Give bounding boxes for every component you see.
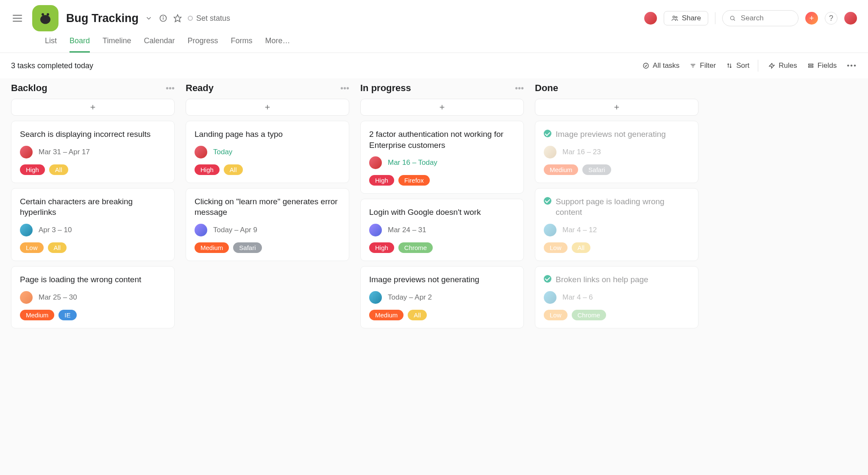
task-card[interactable]: Login with Google doesn't work Mar 24 – … xyxy=(360,199,524,261)
add-task-button[interactable] xyxy=(186,99,349,116)
tag-low: Low xyxy=(544,310,568,320)
status-dot-icon xyxy=(188,16,193,21)
task-title: Landing page has a typo xyxy=(195,129,283,140)
add-task-button[interactable] xyxy=(535,99,698,116)
tag-medium: Medium xyxy=(195,242,229,253)
task-title: Image previews not generating xyxy=(556,129,666,140)
task-title: Support page is loading wrong content xyxy=(556,196,690,218)
tab-board[interactable]: Board xyxy=(70,34,90,53)
toolbar: 3 tasks completed today All tasks Filter… xyxy=(0,53,868,78)
share-button[interactable]: Share xyxy=(664,11,708,25)
help-button[interactable]: ? xyxy=(825,12,837,25)
assignee-avatar[interactable] xyxy=(195,146,207,158)
plus-icon xyxy=(613,103,620,111)
svg-rect-16 xyxy=(808,66,813,67)
sort-button[interactable]: Sort xyxy=(726,61,749,70)
svg-point-8 xyxy=(676,17,677,18)
tab-progress[interactable]: Progress xyxy=(187,34,218,53)
svg-point-11 xyxy=(643,63,648,68)
chevron-down-icon[interactable] xyxy=(145,14,153,22)
due-date: Mar 16 – 23 xyxy=(562,148,601,156)
assignee-avatar[interactable] xyxy=(544,291,556,304)
tag-all: All xyxy=(48,242,67,253)
check-icon xyxy=(544,130,551,137)
add-task-button[interactable] xyxy=(11,99,175,116)
tag-ie: IE xyxy=(58,310,76,320)
column-more-icon[interactable]: ••• xyxy=(515,83,524,93)
column-more-icon[interactable]: ••• xyxy=(166,83,175,93)
task-card[interactable]: 2 factor authentication not working for … xyxy=(360,121,524,194)
task-card[interactable]: Support page is loading wrong content Ma… xyxy=(535,188,698,261)
rules-button[interactable]: Rules xyxy=(768,61,797,70)
assignee-avatar[interactable] xyxy=(20,146,33,158)
search-input[interactable] xyxy=(722,10,798,26)
svg-point-0 xyxy=(40,15,50,24)
info-icon[interactable] xyxy=(159,14,167,22)
tab-calendar[interactable]: Calendar xyxy=(144,34,175,53)
plus-icon xyxy=(89,103,97,111)
due-date: Mar 16 – Today xyxy=(388,158,437,167)
task-card[interactable]: Search is displaying incorrect results M… xyxy=(11,121,175,183)
all-tasks-button[interactable]: All tasks xyxy=(643,61,679,70)
tag-high: High xyxy=(369,175,394,186)
tab-timeline[interactable]: Timeline xyxy=(103,34,131,53)
task-card[interactable]: Page is loading the wrong content Mar 25… xyxy=(11,266,175,328)
task-card[interactable]: Image previews not generating Mar 16 – 2… xyxy=(535,121,698,183)
svg-marker-6 xyxy=(174,15,181,22)
task-title: Certain characters are breaking hyperlin… xyxy=(20,196,166,218)
plus-icon xyxy=(264,103,271,111)
tag-medium: Medium xyxy=(544,164,578,175)
menu-icon[interactable] xyxy=(11,13,24,23)
set-status-button[interactable]: Set status xyxy=(188,14,230,23)
task-title: Broken links on help page xyxy=(556,274,648,285)
tag-chrome: Chrome xyxy=(572,310,606,320)
task-card[interactable]: Image previews not generating Today – Ap… xyxy=(360,266,524,328)
due-date: Today xyxy=(213,148,232,156)
column-title: Ready xyxy=(186,83,214,94)
more-options-button[interactable]: ••• xyxy=(847,61,857,70)
tab-forms[interactable]: Forms xyxy=(231,34,253,53)
star-icon[interactable] xyxy=(173,14,182,22)
assignee-avatar[interactable] xyxy=(20,291,33,304)
task-card[interactable]: Broken links on help page Mar 4 – 6 LowC… xyxy=(535,266,698,328)
filter-button[interactable]: Filter xyxy=(690,61,716,70)
task-card[interactable]: Certain characters are breaking hyperlin… xyxy=(11,188,175,261)
column-more-icon[interactable]: ••• xyxy=(340,83,349,93)
tag-medium: Medium xyxy=(20,310,54,320)
board: Backlog ••• Search is displaying incorre… xyxy=(0,78,868,475)
due-date: Mar 4 – 6 xyxy=(562,293,593,302)
tag-all: All xyxy=(408,310,427,320)
tag-all: All xyxy=(572,242,591,253)
svg-line-10 xyxy=(734,19,735,20)
column-title: Done xyxy=(535,83,558,94)
assignee-avatar[interactable] xyxy=(369,224,382,236)
assignee-avatar[interactable] xyxy=(544,146,556,158)
assignee-avatar[interactable] xyxy=(369,291,382,304)
divider xyxy=(715,12,715,24)
task-card[interactable]: Clicking on "learn more" generates error… xyxy=(186,188,349,261)
assignee-avatar[interactable] xyxy=(195,224,207,236)
column-ready: Ready ••• Landing page has a typo Today … xyxy=(186,83,349,464)
tab-list[interactable]: List xyxy=(45,34,57,53)
add-task-button[interactable] xyxy=(360,99,524,116)
assignee-avatar[interactable] xyxy=(20,224,33,236)
profile-avatar[interactable] xyxy=(844,12,857,25)
global-add-button[interactable]: + xyxy=(805,12,818,25)
tab-more[interactable]: More… xyxy=(265,34,290,53)
check-icon xyxy=(544,275,551,283)
tag-firefox: Firefox xyxy=(398,175,430,186)
tag-all: All xyxy=(224,164,243,175)
member-avatar[interactable] xyxy=(644,12,657,25)
column-title: In progress xyxy=(360,83,411,94)
svg-point-7 xyxy=(673,16,675,18)
assignee-avatar[interactable] xyxy=(369,156,382,169)
due-date: Apr 3 – 10 xyxy=(39,226,72,234)
task-card[interactable]: Landing page has a typo Today HighAll xyxy=(186,121,349,183)
column-in-progress: In progress ••• 2 factor authentication … xyxy=(360,83,524,464)
project-title[interactable]: Bug Tracking xyxy=(66,12,139,25)
assignee-avatar[interactable] xyxy=(544,224,556,236)
check-icon xyxy=(544,197,551,205)
completion-status: 3 tasks completed today xyxy=(11,61,93,70)
tag-high: High xyxy=(369,242,394,253)
fields-button[interactable]: Fields xyxy=(807,61,837,70)
